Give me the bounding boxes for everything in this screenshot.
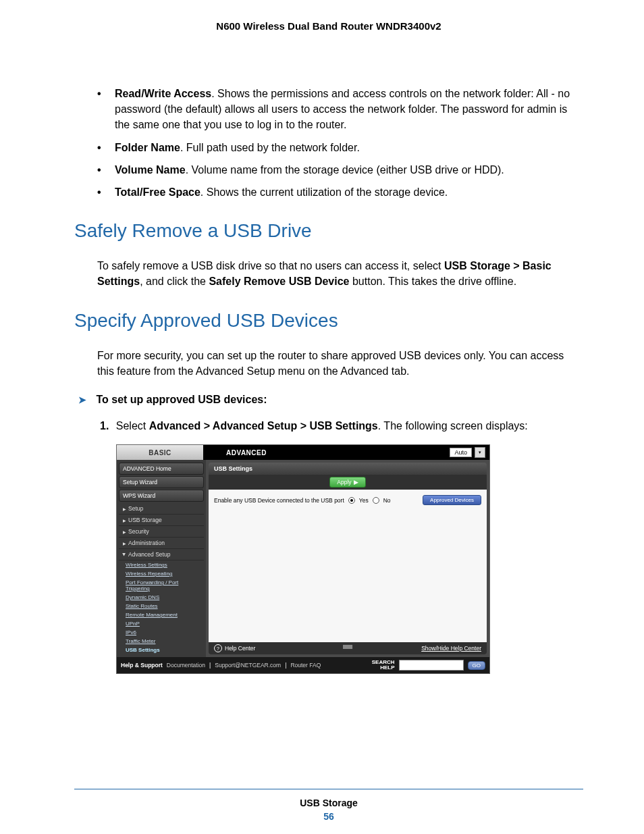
separator: | [209, 662, 211, 669]
term: Read/Write Access [115, 88, 211, 99]
heading-specify-approved: Specify Approved USB Devices [74, 310, 583, 332]
show-hide-help-link[interactable]: Show/Hide Help Center [421, 645, 481, 652]
support-link[interactable]: Support@NETGEAR.com [215, 662, 281, 669]
bullet-item: Volume Name. Volume name from the storag… [115, 162, 583, 178]
step-number: 1. [100, 420, 109, 432]
subitem-wireless-settings[interactable]: Wireless Settings [119, 561, 204, 569]
subitem-dynamic-dns[interactable]: Dynamic DNS [119, 593, 204, 602]
sidebar-usb-storage[interactable]: ▶USB Storage [119, 515, 204, 526]
subitem-traffic-meter[interactable]: Traffic Meter [119, 637, 204, 646]
triangle-down-icon: ▶ [122, 553, 127, 556]
router-footer: Help & Support Documentation | Support@N… [117, 657, 489, 673]
refresh-control: Auto ▾ [450, 445, 489, 460]
chevron-up-icon[interactable]: ▀▀ [343, 645, 352, 652]
go-button[interactable]: GO [468, 661, 485, 670]
bold-path: Advanced > Advanced Setup > USB Settings [149, 420, 378, 432]
doc-header: N600 Wireless Dual Band Router WNDR3400v… [74, 20, 583, 32]
router-admin-ui: BASIC ADVANCED Auto ▾ ADVANCED Home Setu… [116, 444, 490, 674]
subitem-upnp[interactable]: UPnP [119, 619, 204, 628]
procedure-arrow-icon: ➤ [78, 394, 86, 405]
triangle-right-icon: ▶ [123, 518, 126, 523]
sidebar-administration[interactable]: ▶Administration [119, 538, 204, 549]
embedded-screenshot: BASIC ADVANCED Auto ▾ ADVANCED Home Setu… [116, 444, 583, 674]
radio-yes[interactable] [348, 497, 355, 504]
subitem-port-forwarding[interactable]: Port Forwarding / Port Triggering [119, 578, 204, 593]
dropdown-icon[interactable]: ▾ [475, 447, 485, 458]
tab-advanced[interactable]: ADVANCED [203, 445, 290, 460]
apply-label: Apply [337, 479, 351, 486]
help-bar: ? Help Center ▀▀ Show/Hide Help Center [209, 642, 487, 654]
bold-button: Safely Remove USB Device [209, 276, 349, 287]
text: To safely remove a USB disk drive so tha… [97, 260, 444, 271]
documentation-link[interactable]: Documentation [167, 662, 205, 669]
bullet-item: Total/Free Space. Shows the current util… [115, 184, 583, 200]
term: Folder Name [115, 142, 180, 153]
auto-button[interactable]: Auto [450, 448, 472, 457]
doc-footer: USB Storage 56 [74, 798, 583, 822]
sidebar-setup-wizard[interactable]: Setup Wizard [119, 476, 204, 488]
help-support-label: Help & Support [121, 662, 163, 669]
sidebar-label: Setup [128, 505, 143, 512]
term-text: . Shows the current utilization of the s… [200, 186, 448, 198]
subitem-remote-management[interactable]: Remote Management [119, 610, 204, 619]
footer-rule [74, 789, 583, 789]
sidebar-label: Advanced Setup [128, 551, 170, 558]
term-text: . Volume name from the storage device (e… [186, 164, 504, 176]
sidebar-label: USB Storage [128, 517, 162, 523]
radio-no-label: No [383, 497, 391, 504]
term: Volume Name [115, 164, 186, 176]
term: Total/Free Space [115, 186, 200, 198]
text: . The following screen displays: [378, 420, 528, 432]
procedure-heading: ➤ To set up approved USB devices: [78, 394, 583, 406]
triangle-right-icon: ▶ [123, 506, 126, 511]
search-help-label: SEARCHHELP [372, 660, 395, 671]
main-panel: USB Settings Apply▶ Enable any USB Devic… [206, 460, 489, 657]
step-1: 1. Select Advanced > Advanced Setup > US… [116, 418, 583, 434]
radio-no[interactable] [373, 497, 379, 504]
subitem-wireless-repeating[interactable]: Wireless Repeating [119, 569, 204, 578]
panel-content: Enable any USB Device connected to the U… [209, 490, 487, 642]
footer-page-number: 56 [74, 811, 583, 822]
sidebar-security[interactable]: ▶Security [119, 526, 204, 538]
tab-spacer [290, 445, 450, 460]
heading-safely-remove: Safely Remove a USB Drive [74, 220, 583, 242]
approved-devices-button[interactable]: Approved Devices [423, 495, 481, 505]
subitem-ipv6[interactable]: IPv6 [119, 628, 204, 637]
help-center-label[interactable]: Help Center [225, 645, 255, 652]
faq-link[interactable]: Router FAQ [290, 662, 321, 669]
search-help-input[interactable] [399, 660, 464, 671]
panel-title: USB Settings [209, 463, 487, 475]
para-safely-remove: To safely remove a USB disk drive so tha… [97, 258, 576, 289]
subitem-static-routes[interactable]: Static Routes [119, 602, 204, 610]
sidebar-label: Security [128, 528, 149, 535]
apply-button[interactable]: Apply▶ [329, 477, 365, 488]
triangle-right-icon: ▶ [123, 529, 126, 534]
tab-basic[interactable]: BASIC [117, 445, 203, 460]
help-icon: ? [214, 644, 222, 652]
sidebar-advanced-home[interactable]: ADVANCED Home [119, 463, 204, 475]
radio-yes-label: Yes [359, 497, 369, 504]
sidebar-label: Administration [128, 540, 165, 546]
text: , and click the [140, 276, 209, 287]
play-icon: ▶ [354, 479, 358, 486]
sidebar-wps-wizard[interactable]: WPS Wizard [119, 490, 204, 502]
sidebar: ADVANCED Home Setup Wizard WPS Wizard ▶S… [117, 460, 206, 657]
procedure-heading-text: To set up approved USB devices: [96, 394, 267, 405]
bullet-list: Read/Write Access. Shows the permissions… [74, 86, 583, 200]
footer-section: USB Storage [74, 798, 583, 808]
triangle-right-icon: ▶ [123, 541, 126, 546]
sidebar-setup[interactable]: ▶Setup [119, 503, 204, 515]
term-text: . Full path used by the network folder. [180, 142, 360, 153]
subitem-usb-settings[interactable]: USB Settings [119, 646, 204, 654]
bullet-item: Folder Name. Full path used by the netwo… [115, 140, 583, 155]
panel-toolbar: Apply▶ [209, 475, 487, 490]
separator: | [285, 662, 286, 669]
para-specify: For more security, you can set up the ro… [97, 348, 576, 379]
sidebar-advanced-setup[interactable]: ▶Advanced Setup [119, 549, 204, 561]
bullet-item: Read/Write Access. Shows the permissions… [115, 86, 583, 133]
text: button. This takes the drive offline. [350, 276, 517, 287]
enable-usb-label: Enable any USB Device connected to the U… [214, 497, 344, 504]
text: Select [116, 420, 149, 432]
